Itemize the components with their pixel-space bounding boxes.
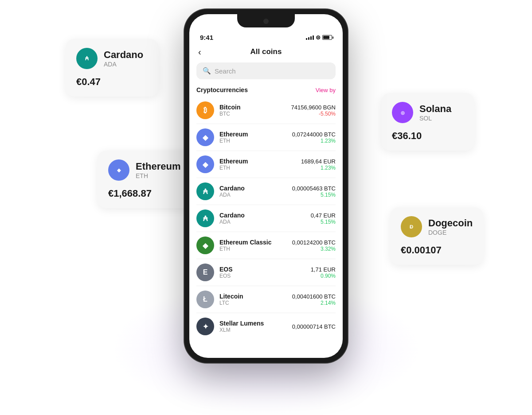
dogecoin-card-symbol: DOGE [428, 229, 473, 236]
coin-name: Cardano [219, 212, 305, 219]
svg-text:◎: ◎ [401, 110, 405, 115]
coin-icon: ✦ [196, 318, 214, 335]
coin-symbol: LTC [219, 300, 287, 306]
solana-card-symbol: SOL [419, 115, 451, 122]
solana-card-icon: ◎ [392, 102, 413, 123]
coin-amount: 0,47 EUR [311, 212, 336, 219]
phone-body: 9:41 ⊜ [184, 9, 348, 363]
coin-symbol: ETH [219, 165, 296, 171]
coin-amount: 0,00005463 BTC [292, 185, 336, 192]
coin-row[interactable]: ◆ Ethereum ETH 0,07244000 BTC 1.23% [189, 124, 343, 151]
coin-values: 0,00005463 BTC 5.15% [292, 185, 336, 198]
coin-change: 3.32% [292, 246, 336, 252]
coin-info: Ethereum Classic ETH [219, 239, 287, 252]
section-title: Cryptocurrencies [196, 86, 248, 93]
coin-info: Ethereum ETH [219, 158, 296, 171]
coin-info: Bitcoin BTC [219, 104, 286, 117]
coin-values: 0,00000714 BTC [292, 323, 336, 330]
battery-icon [322, 35, 332, 40]
phone: 9:41 ⊜ [184, 9, 348, 363]
search-bar[interactable]: 🔍 Search [196, 62, 336, 79]
coin-amount: 0,00401600 BTC [292, 293, 336, 300]
coin-values: 0,47 EUR 5.15% [311, 212, 336, 225]
coin-icon: ₳ [196, 209, 214, 227]
app-header: ‹ All coins [189, 44, 343, 61]
coin-change: 1.23% [292, 138, 336, 144]
back-button[interactable]: ‹ [198, 47, 201, 57]
cardano-card-icon: ₳ [76, 48, 98, 69]
coin-symbol: BTC [219, 111, 286, 117]
coin-values: 0,00401600 BTC 2.14% [292, 293, 336, 306]
coin-amount: 74156,9600 BGN [291, 104, 336, 111]
coin-values: 1,71 EUR 0.90% [311, 266, 336, 279]
coin-name: Litecoin [219, 293, 287, 300]
coin-amount: 1689,64 EUR [301, 158, 336, 165]
cardano-card-symbol: ADA [104, 61, 143, 68]
status-icons: ⊜ [306, 34, 332, 41]
coin-symbol: ETH [219, 138, 287, 144]
coin-values: 0,00124200 BTC 3.32% [292, 239, 336, 252]
solana-card-name: Solana [419, 103, 451, 115]
phone-screen: 9:41 ⊜ [189, 14, 343, 358]
cardano-card: ₳ Cardano ADA €0.47 [66, 39, 159, 97]
ethereum-card-symbol: ETH [136, 172, 180, 179]
svg-text:Ð: Ð [410, 224, 413, 229]
coin-name: EOS [219, 266, 305, 273]
coin-row[interactable]: E EOS EOS 1,71 EUR 0.90% [189, 259, 343, 286]
coin-name: Ethereum [219, 131, 287, 138]
coin-symbol: ADA [219, 219, 305, 225]
coin-change: -5.50% [291, 111, 336, 117]
phone-notch [237, 14, 295, 27]
coin-values: 1689,64 EUR 1.23% [301, 158, 336, 171]
coin-list: ₿ Bitcoin BTC 74156,9600 BGN -5.50% ◆ Et… [189, 97, 343, 358]
coin-info: Cardano ADA [219, 185, 287, 198]
coin-name: Ethereum Classic [219, 239, 287, 246]
coin-name: Bitcoin [219, 104, 286, 111]
search-placeholder: Search [215, 67, 236, 75]
coin-change: 1.23% [301, 165, 336, 171]
coin-symbol: XLM [219, 327, 287, 333]
wifi-icon: ⊜ [316, 34, 321, 41]
scene: ₳ Cardano ADA €0.47 ◆ Ethereum ETH €1, [0, 0, 532, 415]
app-title: All coins [250, 47, 282, 56]
ethereum-card-icon: ◆ [108, 159, 129, 181]
section-header: Cryptocurrencies View by [189, 85, 343, 97]
solana-card: ◎ Solana SOL €36.10 [381, 93, 474, 151]
dogecoin-card: Ð Dogecoin DOGE €0.00107 [390, 207, 483, 265]
coin-icon: E [196, 264, 214, 281]
coin-amount: 0,00000714 BTC [292, 323, 336, 330]
cardano-card-price: €0.47 [76, 76, 148, 88]
search-icon: 🔍 [203, 67, 211, 75]
dogecoin-card-icon: Ð [401, 216, 422, 237]
coin-info: Stellar Lumens XLM [219, 320, 287, 333]
view-by-button[interactable]: View by [316, 87, 336, 93]
coin-info: EOS EOS [219, 266, 305, 279]
svg-text:◆: ◆ [117, 167, 121, 173]
coin-icon: ◆ [196, 155, 214, 173]
coin-row[interactable]: ₿ Bitcoin BTC 74156,9600 BGN -5.50% [189, 97, 343, 124]
coin-row[interactable]: ✦ Stellar Lumens XLM 0,00000714 BTC [189, 313, 343, 340]
coin-symbol: ADA [219, 192, 287, 198]
coin-symbol: EOS [219, 273, 305, 279]
solana-card-price: €36.10 [392, 130, 464, 142]
coin-icon: ₿ [196, 101, 214, 119]
coin-icon: ₳ [196, 182, 214, 200]
coin-row[interactable]: ₳ Cardano ADA 0,00005463 BTC 5.15% [189, 178, 343, 205]
coin-name: Cardano [219, 185, 287, 192]
svg-text:₳: ₳ [85, 55, 89, 62]
coin-symbol: ETH [219, 246, 287, 252]
coin-row[interactable]: ◆ Ethereum ETH 1689,64 EUR 1.23% [189, 151, 343, 178]
coin-amount: 0,00124200 BTC [292, 239, 336, 246]
status-bar: 9:41 ⊜ [189, 27, 343, 44]
coin-row[interactable]: ◆ Ethereum Classic ETH 0,00124200 BTC 3.… [189, 232, 343, 259]
coin-row[interactable]: Ł Litecoin LTC 0,00401600 BTC 2.14% [189, 286, 343, 313]
dogecoin-card-price: €0.00107 [401, 244, 473, 256]
coin-info: Cardano ADA [219, 212, 305, 225]
coin-change: 2.14% [292, 300, 336, 306]
coin-icon: ◆ [196, 128, 214, 146]
coin-change: 0.90% [311, 273, 336, 279]
ethereum-card-price: €1,668.87 [108, 188, 193, 199]
camera [263, 19, 269, 24]
cardano-card-name: Cardano [104, 49, 143, 61]
coin-row[interactable]: ₳ Cardano ADA 0,47 EUR 5.15% [189, 205, 343, 232]
